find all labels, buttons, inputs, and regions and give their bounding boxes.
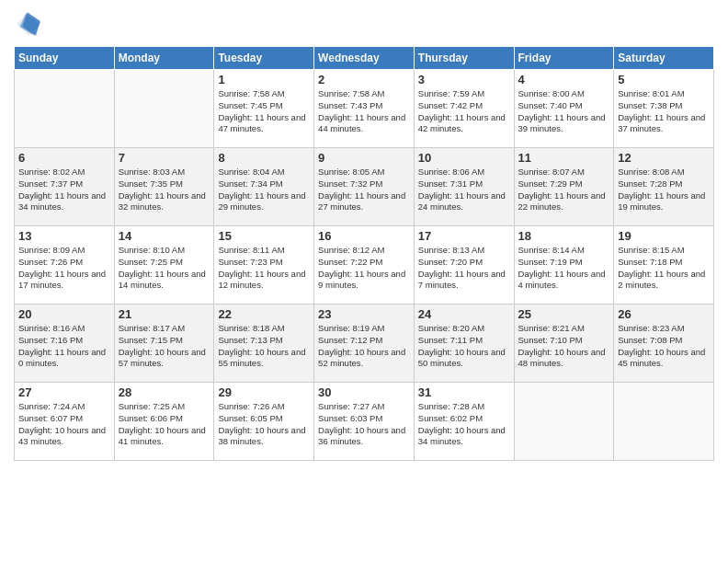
- day-number: 8: [218, 151, 310, 165]
- calendar-cell: 29Sunrise: 7:26 AMSunset: 6:05 PMDayligh…: [214, 383, 314, 461]
- calendar: SundayMondayTuesdayWednesdayThursdayFrid…: [14, 46, 714, 461]
- cell-content: Sunrise: 8:05 AMSunset: 7:32 PMDaylight:…: [318, 167, 410, 213]
- day-number: 19: [618, 229, 710, 243]
- day-header: Monday: [114, 47, 214, 70]
- day-number: 24: [418, 307, 510, 321]
- calendar-cell: 31Sunrise: 7:28 AMSunset: 6:02 PMDayligh…: [414, 383, 514, 461]
- day-number: 3: [418, 73, 510, 86]
- day-number: 15: [218, 229, 310, 243]
- day-number: 27: [18, 385, 110, 399]
- day-number: 13: [18, 229, 110, 243]
- cell-content: Sunrise: 8:13 AMSunset: 7:20 PMDaylight:…: [418, 245, 510, 292]
- cell-content: Sunrise: 8:00 AMSunset: 7:40 PMDaylight:…: [518, 88, 610, 135]
- day-number: 29: [218, 385, 310, 399]
- cell-content: Sunrise: 8:17 AMSunset: 7:15 PMDaylight:…: [119, 323, 210, 370]
- day-header: Saturday: [614, 47, 714, 70]
- day-number: 20: [18, 307, 110, 321]
- calendar-cell: [114, 70, 214, 148]
- calendar-week: 20Sunrise: 8:16 AMSunset: 7:16 PMDayligh…: [15, 304, 714, 383]
- calendar-cell: 23Sunrise: 8:19 AMSunset: 7:12 PMDayligh…: [314, 304, 415, 383]
- day-number: 14: [119, 229, 210, 243]
- calendar-cell: 19Sunrise: 8:15 AMSunset: 7:18 PMDayligh…: [614, 226, 714, 304]
- calendar-cell: 21Sunrise: 8:17 AMSunset: 7:15 PMDayligh…: [114, 304, 214, 383]
- calendar-cell: 16Sunrise: 8:12 AMSunset: 7:22 PMDayligh…: [314, 226, 415, 304]
- calendar-cell: 6Sunrise: 8:02 AMSunset: 7:37 PMDaylight…: [15, 148, 115, 226]
- calendar-cell: 17Sunrise: 8:13 AMSunset: 7:20 PMDayligh…: [414, 226, 514, 304]
- day-number: 21: [119, 307, 210, 321]
- day-number: 23: [318, 307, 410, 321]
- calendar-cell: 8Sunrise: 8:04 AMSunset: 7:34 PMDaylight…: [214, 148, 314, 226]
- day-header: Sunday: [15, 47, 115, 70]
- day-number: 26: [618, 307, 710, 321]
- cell-content: Sunrise: 7:24 AMSunset: 6:07 PMDaylight:…: [18, 401, 110, 448]
- cell-content: Sunrise: 8:19 AMSunset: 7:12 PMDaylight:…: [318, 323, 410, 370]
- cell-content: Sunrise: 7:59 AMSunset: 7:42 PMDaylight:…: [418, 88, 510, 135]
- calendar-cell: 25Sunrise: 8:21 AMSunset: 7:10 PMDayligh…: [514, 304, 614, 383]
- cell-content: Sunrise: 7:58 AMSunset: 7:45 PMDaylight:…: [218, 88, 310, 135]
- cell-content: Sunrise: 8:02 AMSunset: 7:37 PMDaylight:…: [18, 167, 110, 213]
- day-number: 17: [418, 229, 510, 243]
- calendar-cell: [514, 383, 614, 461]
- calendar-cell: 4Sunrise: 8:00 AMSunset: 7:40 PMDaylight…: [514, 70, 614, 148]
- cell-content: Sunrise: 8:12 AMSunset: 7:22 PMDaylight:…: [318, 245, 410, 292]
- cell-content: Sunrise: 8:07 AMSunset: 7:29 PMDaylight:…: [518, 167, 610, 213]
- cell-content: Sunrise: 8:23 AMSunset: 7:08 PMDaylight:…: [618, 323, 710, 370]
- cell-content: Sunrise: 7:25 AMSunset: 6:06 PMDaylight:…: [119, 401, 210, 448]
- calendar-cell: 13Sunrise: 8:09 AMSunset: 7:26 PMDayligh…: [15, 226, 115, 304]
- cell-content: Sunrise: 8:18 AMSunset: 7:13 PMDaylight:…: [218, 323, 310, 370]
- calendar-cell: 10Sunrise: 8:06 AMSunset: 7:31 PMDayligh…: [414, 148, 514, 226]
- calendar-cell: 3Sunrise: 7:59 AMSunset: 7:42 PMDaylight…: [414, 70, 514, 148]
- calendar-cell: 20Sunrise: 8:16 AMSunset: 7:16 PMDayligh…: [15, 304, 115, 383]
- calendar-cell: 12Sunrise: 8:08 AMSunset: 7:28 PMDayligh…: [614, 148, 714, 226]
- cell-content: Sunrise: 8:14 AMSunset: 7:19 PMDaylight:…: [518, 245, 610, 292]
- logo-icon: [14, 9, 43, 39]
- day-number: 2: [318, 73, 410, 86]
- calendar-cell: 27Sunrise: 7:24 AMSunset: 6:07 PMDayligh…: [15, 383, 115, 461]
- cell-content: Sunrise: 8:16 AMSunset: 7:16 PMDaylight:…: [18, 323, 110, 370]
- cell-content: Sunrise: 7:58 AMSunset: 7:43 PMDaylight:…: [318, 88, 410, 135]
- header: [14, 9, 714, 39]
- logo: [14, 9, 47, 39]
- cell-content: Sunrise: 7:26 AMSunset: 6:05 PMDaylight:…: [218, 401, 310, 448]
- day-number: 4: [518, 73, 610, 86]
- calendar-cell: 22Sunrise: 8:18 AMSunset: 7:13 PMDayligh…: [214, 304, 314, 383]
- day-number: 22: [218, 307, 310, 321]
- calendar-cell: 28Sunrise: 7:25 AMSunset: 6:06 PMDayligh…: [114, 383, 214, 461]
- day-number: 10: [418, 151, 510, 165]
- calendar-cell: 7Sunrise: 8:03 AMSunset: 7:35 PMDaylight…: [114, 148, 214, 226]
- calendar-cell: 5Sunrise: 8:01 AMSunset: 7:38 PMDaylight…: [614, 70, 714, 148]
- cell-content: Sunrise: 8:09 AMSunset: 7:26 PMDaylight:…: [18, 245, 110, 292]
- cell-content: Sunrise: 8:20 AMSunset: 7:11 PMDaylight:…: [418, 323, 510, 370]
- day-number: 9: [318, 151, 410, 165]
- calendar-cell: 26Sunrise: 8:23 AMSunset: 7:08 PMDayligh…: [614, 304, 714, 383]
- day-header: Friday: [514, 47, 614, 70]
- calendar-week: 13Sunrise: 8:09 AMSunset: 7:26 PMDayligh…: [15, 226, 714, 304]
- calendar-cell: 14Sunrise: 8:10 AMSunset: 7:25 PMDayligh…: [114, 226, 214, 304]
- calendar-cell: [15, 70, 115, 148]
- calendar-cell: 1Sunrise: 7:58 AMSunset: 7:45 PMDaylight…: [214, 70, 314, 148]
- day-number: 7: [119, 151, 210, 165]
- day-number: 30: [318, 385, 410, 399]
- day-header: Wednesday: [314, 47, 415, 70]
- day-number: 16: [318, 229, 410, 243]
- calendar-cell: 30Sunrise: 7:27 AMSunset: 6:03 PMDayligh…: [314, 383, 415, 461]
- calendar-cell: 2Sunrise: 7:58 AMSunset: 7:43 PMDaylight…: [314, 70, 415, 148]
- day-number: 31: [418, 385, 510, 399]
- day-number: 11: [518, 151, 610, 165]
- cell-content: Sunrise: 8:01 AMSunset: 7:38 PMDaylight:…: [618, 88, 710, 135]
- calendar-cell: [614, 383, 714, 461]
- calendar-week: 27Sunrise: 7:24 AMSunset: 6:07 PMDayligh…: [15, 383, 714, 461]
- calendar-cell: 11Sunrise: 8:07 AMSunset: 7:29 PMDayligh…: [514, 148, 614, 226]
- cell-content: Sunrise: 7:28 AMSunset: 6:02 PMDaylight:…: [418, 401, 510, 448]
- cell-content: Sunrise: 8:06 AMSunset: 7:31 PMDaylight:…: [418, 167, 510, 213]
- cell-content: Sunrise: 8:21 AMSunset: 7:10 PMDaylight:…: [518, 323, 610, 370]
- header-row: SundayMondayTuesdayWednesdayThursdayFrid…: [15, 47, 714, 70]
- day-number: 5: [618, 73, 710, 86]
- cell-content: Sunrise: 8:04 AMSunset: 7:34 PMDaylight:…: [218, 167, 310, 213]
- day-number: 25: [518, 307, 610, 321]
- calendar-week: 6Sunrise: 8:02 AMSunset: 7:37 PMDaylight…: [15, 148, 714, 226]
- cell-content: Sunrise: 7:27 AMSunset: 6:03 PMDaylight:…: [318, 401, 410, 448]
- cell-content: Sunrise: 8:15 AMSunset: 7:18 PMDaylight:…: [618, 245, 710, 292]
- day-number: 1: [218, 73, 310, 86]
- page: SundayMondayTuesdayWednesdayThursdayFrid…: [0, 0, 728, 563]
